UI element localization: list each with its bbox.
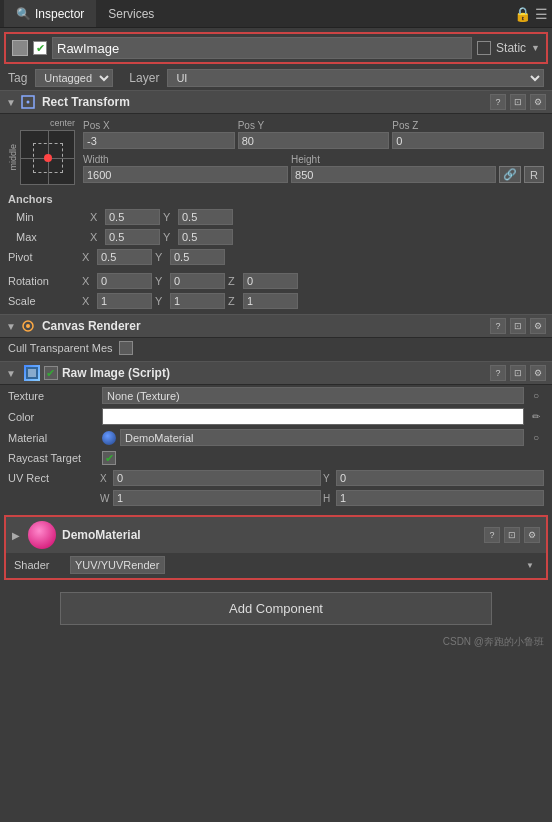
pos-y-group: Pos Y: [238, 118, 390, 149]
texture-circle-btn[interactable]: ○: [528, 388, 544, 404]
lock-icon[interactable]: 🔒: [514, 6, 531, 22]
raycast-label: Raycast Target: [8, 452, 98, 464]
canvas-renderer-header[interactable]: ▼ Canvas Renderer ? ⊡ ⚙: [0, 314, 552, 338]
rot-x-input[interactable]: [97, 273, 152, 289]
ri-checkbox[interactable]: ✔: [44, 366, 58, 380]
rot-z-input[interactable]: [243, 273, 298, 289]
shader-select[interactable]: YUV/YUVRender: [70, 556, 165, 574]
rotation-label: Rotation: [8, 275, 78, 287]
lock-aspect-btn[interactable]: 🔗: [499, 166, 521, 183]
tab-inspector[interactable]: 🔍 Inspector: [4, 0, 96, 27]
raycast-checkbox[interactable]: ✔: [102, 451, 116, 465]
uv-label: UV Rect: [8, 472, 98, 484]
material-icon: [102, 431, 116, 445]
raw-image-header[interactable]: ▼ ✔ Raw Image (Script) ? ⊡ ⚙: [0, 361, 552, 385]
canvas-section-actions: ? ⊡ ⚙: [490, 318, 546, 334]
cull-checkbox[interactable]: [119, 341, 133, 355]
ri-help-btn[interactable]: ?: [490, 365, 506, 381]
canvas-help-btn[interactable]: ?: [490, 318, 506, 334]
demo-material-header[interactable]: ▶ DemoMaterial ? ⊡ ⚙: [6, 517, 546, 553]
demo-layout-btn[interactable]: ⊡: [504, 527, 520, 543]
scale-y-input[interactable]: [170, 293, 225, 309]
scale-x-input[interactable]: [97, 293, 152, 309]
demo-help-btn[interactable]: ?: [484, 527, 500, 543]
pivot-xy: X Y: [82, 249, 544, 265]
demo-material-fields: Shader YUV/YUVRender: [6, 553, 546, 578]
inspector-content: ✔ Static ▼ Tag Untagged Layer UI ▼: [0, 28, 552, 822]
width-label: Width: [83, 154, 109, 165]
pivot-x-input[interactable]: [97, 249, 152, 265]
pivot-row: Pivot X Y: [0, 247, 552, 267]
uv-row-2: W H: [0, 488, 552, 508]
layer-select[interactable]: UI: [167, 69, 544, 87]
uv-x-input[interactable]: [113, 470, 321, 486]
canvas-layout-btn[interactable]: ⊡: [510, 318, 526, 334]
wh-row: Width Height 🔗 R: [83, 152, 544, 183]
height-group: Height: [291, 152, 496, 183]
go-static-checkbox[interactable]: [477, 41, 491, 55]
pos-z-input[interactable]: [392, 132, 544, 149]
shader-row: Shader YUV/YUVRender: [14, 556, 538, 574]
anchor-min-label: Min: [16, 211, 86, 223]
spacer3: [0, 508, 552, 511]
anchor-min-x-input[interactable]: [105, 209, 160, 225]
footer-credit: CSDN @奔跑的小鲁班: [0, 633, 552, 651]
color-picker-icon[interactable]: ✏: [528, 409, 544, 425]
rot-z-label: Z: [228, 275, 240, 287]
ri-settings-btn[interactable]: ⚙: [530, 365, 546, 381]
rect-foldout-icon: ▼: [6, 97, 16, 108]
demo-section-actions: ? ⊡ ⚙: [484, 527, 540, 543]
height-input[interactable]: [291, 166, 496, 183]
anchor-max-y-input[interactable]: [178, 229, 233, 245]
demo-settings-btn[interactable]: ⚙: [524, 527, 540, 543]
texture-input[interactable]: [102, 387, 524, 404]
uv-w-pair: W: [100, 490, 321, 506]
color-swatch[interactable]: [102, 408, 524, 425]
raw-image-section: ▼ ✔ Raw Image (Script) ? ⊡ ⚙: [0, 361, 552, 511]
material-input[interactable]: [120, 429, 524, 446]
scale-z-input[interactable]: [243, 293, 298, 309]
add-component-button[interactable]: Add Component: [60, 592, 492, 625]
width-input[interactable]: [83, 166, 288, 183]
tag-select[interactable]: Untagged: [35, 69, 113, 87]
material-field: Material ○: [0, 427, 552, 448]
rect-settings-btn[interactable]: ⚙: [530, 94, 546, 110]
raw-image-title: Raw Image (Script): [62, 366, 486, 380]
static-label: Static: [496, 41, 526, 55]
go-checkbox[interactable]: ✔: [33, 41, 47, 55]
tab-bar: 🔍 Inspector Services 🔒 ☰: [0, 0, 552, 28]
anchor-preview-box[interactable]: [20, 130, 75, 185]
uv-h-input[interactable]: [336, 490, 544, 506]
anchor-min-y-input[interactable]: [178, 209, 233, 225]
canvas-settings-btn[interactable]: ⚙: [530, 318, 546, 334]
pos-x-input[interactable]: [83, 132, 235, 149]
static-dropdown-icon[interactable]: ▼: [531, 43, 540, 53]
menu-icon[interactable]: ☰: [535, 6, 548, 22]
uv-y-input[interactable]: [336, 470, 544, 486]
width-group: Width: [83, 152, 288, 183]
scale-z-label: Z: [228, 295, 240, 307]
gameobject-name-input[interactable]: [52, 37, 472, 59]
anchor-max-x-input[interactable]: [105, 229, 160, 245]
rot-y-input[interactable]: [170, 273, 225, 289]
uv-w-input[interactable]: [113, 490, 321, 506]
uv-h-pair: H: [323, 490, 544, 506]
reset-btn[interactable]: R: [524, 166, 544, 183]
rect-layout-btn[interactable]: ⊡: [510, 94, 526, 110]
pos-x-label: Pos X: [83, 120, 110, 131]
tab-services[interactable]: Services: [96, 0, 166, 27]
pivot-y-input[interactable]: [170, 249, 225, 265]
rect-help-btn[interactable]: ?: [490, 94, 506, 110]
pos-y-input[interactable]: [238, 132, 390, 149]
tag-label: Tag: [8, 71, 27, 85]
ri-layout-btn[interactable]: ⊡: [510, 365, 526, 381]
pos-labels-row: Pos X Pos Y Pos Z: [83, 118, 544, 149]
rect-section-actions: ? ⊡ ⚙: [490, 94, 546, 110]
scale-y-label: Y: [155, 295, 167, 307]
rect-transform-header[interactable]: ▼ Rect Transform ? ⊡ ⚙: [0, 90, 552, 114]
scale-label: Scale: [8, 295, 78, 307]
add-component-row: Add Component: [0, 584, 552, 633]
material-circle-btn[interactable]: ○: [528, 430, 544, 446]
rot-x-label: X: [82, 275, 94, 287]
raw-image-icon: [24, 365, 40, 381]
